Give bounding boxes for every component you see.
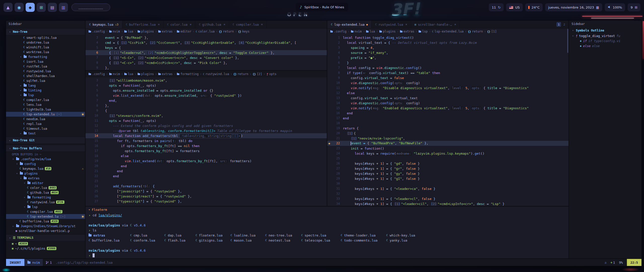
code-line[interactable]: 2 local virtual_text = { -- Default virt…	[327, 40, 569, 45]
tree-folder-formatting[interactable]: ▾formatting	[6, 54, 85, 59]
tree-item-winshift.lua[interactable]: ☾winshift.lua	[6, 45, 85, 50]
code-line[interactable]: 11 vim.notify(msg: "Disable diagnostics …	[327, 85, 569, 90]
close-icon[interactable]: ×	[190, 23, 191, 26]
code-line[interactable]: 15 vim.notify(msg: "Enabled diagnostics …	[327, 106, 569, 111]
lua-file-entry[interactable]: ☾lualine.lua	[230, 233, 265, 237]
code-area[interactable]: 3 event = { "BufRead" },4 cmd = { [1]"Cc…	[86, 35, 327, 70]
code-line[interactable]: 5 keys = {	[86, 45, 327, 50]
code-line[interactable]: 9 },	[86, 65, 327, 70]
launcher-icon[interactable]: ▲	[4, 3, 13, 12]
code-line[interactable]: 6 vim.list_extend(dst: opts.ensure_insta…	[86, 93, 327, 98]
tree-item-keymaps.lua[interactable]: ☾keymaps.lua#10⚠	[6, 166, 85, 171]
code-line[interactable]: 21 [1]"neovim/nvim-lspconfig",	[327, 136, 569, 141]
tree-folder-test[interactable]: ▸test	[6, 131, 85, 136]
code-line[interactable]: 7 { [1]"<S-C>", [2]"<cmd>CccConvert<cr>"…	[86, 55, 327, 60]
tab-scrollbar-handle[interactable]: ▦scrollbar-handle-…×	[411, 21, 460, 28]
tab-bufferline.lua[interactable]: ☾bufferline.lua×	[122, 21, 164, 28]
lua-file-entry[interactable]: ☾mason.lua	[230, 239, 265, 242]
breadcrumb-item[interactable]: ƒopts	[267, 72, 277, 76]
tree-item-rustywind.lua[interactable]: ☾rustywind.lua#726	[6, 200, 85, 205]
code-area[interactable]: 1local function toggle_diag_virtext()2 l…	[327, 35, 569, 206]
close-icon[interactable]: ×	[406, 23, 407, 26]
code-line[interactable]: 14 local function add_formatters(tbl :ta…	[86, 133, 327, 138]
breadcrumb-item[interactable]: plugins	[379, 30, 396, 33]
code-line[interactable]: 26 ["javascriptreact"] = { "rustywind" }…	[86, 194, 327, 199]
breadcrumb-item[interactable]: ☾lsp-extended.lua	[432, 30, 464, 33]
code-line[interactable]: 17 opts.formatters_by_ft[ft] = formatter…	[86, 148, 327, 153]
date-widget[interactable]: jueves, noviembre 16, 2023▦	[545, 3, 602, 11]
tree-folder-extras[interactable]: ▾extras	[6, 176, 85, 181]
breadcrumb-item[interactable]: lua	[124, 72, 133, 76]
breadcrumb-item[interactable]: plugins	[138, 30, 154, 33]
symbols-outline-header[interactable]: ▾ Symbols Outline	[569, 27, 641, 33]
tree-item-neodim.lua[interactable]: ☾neodim.lua	[6, 117, 85, 121]
lua-file-entry[interactable]: ☾which-key.lua	[386, 233, 566, 237]
tree-item-isort.lua[interactable]: ☾isort.lua	[6, 59, 85, 64]
outline-item-if[interactable]: ◈ifif type(config.vi	[569, 38, 641, 43]
tree-item-rustywind.lua[interactable]: ☾rustywind.lua	[6, 69, 85, 74]
tree-item-lsp-extended.lu[interactable]: ☾lsp-extended.lu[+]●	[6, 112, 85, 117]
code-line[interactable]: 24 add_formatters(tbl: {	[86, 184, 327, 189]
section-neo-tree-buffers[interactable]: ▾Neo-Tree Buffers	[6, 145, 85, 152]
temperature-widget[interactable]: 24°C	[525, 3, 543, 11]
code-line[interactable]: 26 keys[#keys + 1] = { "gd", false }	[327, 161, 569, 166]
code-area[interactable]: 3 [1]"williamboman/mason.nvim",4 opts = …	[86, 77, 327, 206]
code-line[interactable]: 20 [1]{	[327, 131, 569, 136]
code-line[interactable]: 5 opts.ensure_installed = opts.ensure_in…	[86, 88, 327, 93]
code-line[interactable]: 10 [1]"stevearc/conform.nvim",	[86, 113, 327, 118]
tree-folder-.config-nvim-lua[interactable]: ▾.config/nvim/lua	[6, 157, 85, 161]
topbar-task-input[interactable]: ______________	[71, 4, 110, 11]
code-line[interactable]: 5 prefix = "●",	[327, 55, 569, 60]
code-line[interactable]: 12 else	[327, 90, 569, 95]
lua-file-entry[interactable]: ☾bufferline.lua	[89, 239, 130, 242]
tab-number-1[interactable]: 1	[556, 22, 561, 27]
lua-file-entry[interactable]: ☾neo-tree.lua	[265, 233, 301, 237]
breadcrumb-item[interactable]: {}[2]	[253, 72, 262, 76]
code-line[interactable]: 12 --- Extend the conform plugin config …	[86, 123, 327, 128]
code-line[interactable]: 20 end	[86, 163, 327, 168]
breadcrumb-item[interactable]: .config	[330, 30, 347, 33]
tree-item-scrollbar-handle-vertical.p[interactable]: ▦scrollbar-handle-vertical.p	[6, 228, 85, 233]
breadcrumb-item[interactable]: {}[1]	[487, 30, 497, 33]
editor-pane-color-lua[interactable]: .config›nvim›lua›plugins›extras›editor›☾…	[86, 28, 327, 70]
tree-item-lsp-extended.lu[interactable]: ☾lsp-extended.lu[+]●	[6, 214, 85, 219]
breadcrumb-item[interactable]: .config	[89, 30, 105, 33]
code-line[interactable]: 13 config.virtual_text = virtual_text	[327, 95, 569, 100]
code-line[interactable]: 3 event = { "BufRead" },	[86, 35, 327, 40]
tree-item-sqlfmt.lua[interactable]: ☾sqlfmt.lua	[6, 78, 85, 83]
tree-folder-editor[interactable]: ▾editor	[6, 181, 85, 185]
breadcrumb-item[interactable]: extras	[158, 30, 173, 33]
lua-file-entry[interactable]: ☾flash.lua	[164, 239, 195, 242]
close-icon[interactable]: ×	[454, 23, 456, 26]
code-line[interactable]: 27 keys[#keys + 1] = { "gr", false }	[327, 166, 569, 171]
code-line[interactable]: 16 end	[327, 111, 569, 116]
code-line[interactable]: 18	[327, 121, 569, 126]
code-line[interactable]: 34 keys[#keys + 1] = { [1]"<leader>cil",…	[327, 201, 569, 206]
tab-number-2[interactable]: 2	[562, 22, 567, 27]
code-line[interactable]: 28 keys[#keys + 1] = { "gy", false }	[327, 171, 569, 176]
tree-item-timeout.lua[interactable]: ☾timeout.lua	[6, 126, 85, 131]
tree-item-smart-splits.lua[interactable]: ☾smart-splits.lua	[6, 35, 85, 40]
lua-file-entry[interactable]: ☾gitsigns.lua	[195, 239, 230, 242]
tree-item-lens.lua[interactable]: ☾lens.lua	[6, 102, 85, 107]
tree-folder-lsp[interactable]: ▾lsp	[6, 93, 85, 97]
volume-widget[interactable]: 100%	[605, 3, 625, 11]
code-line[interactable]: 19 vim.list_extend(dst: opts.formatters_…	[86, 158, 327, 163]
editor-pane-lsp-extended-lua[interactable]: .config›nvim›lua›plugins›extras›lsp›☾lsp…	[327, 28, 569, 206]
section-neo-tree[interactable]: ▾Neo-Tree	[6, 28, 85, 35]
breadcrumb-item[interactable]: ☾rustywind.lua	[203, 72, 229, 76]
lua-file-entry[interactable]: ☾conform.lua	[130, 239, 164, 242]
workspace-widget[interactable]: 9⊞	[628, 3, 640, 11]
breadcrumb-item[interactable]: ☾color.lua	[196, 30, 215, 33]
tree-folder-linting[interactable]: ▸linting	[6, 88, 85, 93]
code-line[interactable]: 9 {	[86, 108, 327, 113]
lua-file-entry[interactable]: ☾floaterm.lua	[195, 233, 230, 237]
code-line[interactable]: 9 config.virtual_text = false	[327, 75, 569, 80]
breadcrumb-item[interactable]: extras	[158, 72, 173, 76]
code-line[interactable]: 4 opts = function(_, opts)	[86, 83, 327, 88]
breadcrumb-item[interactable]: formatting	[177, 72, 198, 76]
code-line[interactable]: 7 local config = vim.diagnostic.config()	[327, 65, 569, 70]
tree-item-repl.lua[interactable]: ☾repl.lua	[6, 121, 85, 126]
close-icon[interactable]: ×	[261, 23, 263, 26]
code-line[interactable]: 25	[327, 156, 569, 161]
